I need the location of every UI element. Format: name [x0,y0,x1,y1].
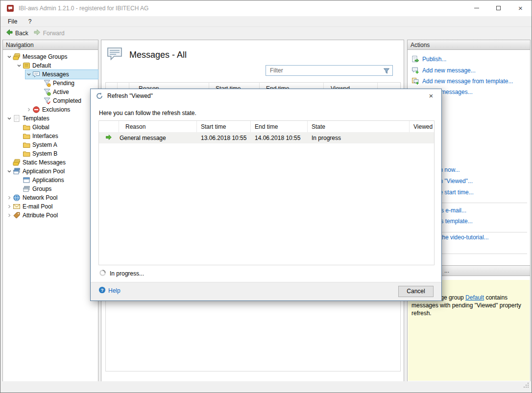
nav-item-email-pool[interactable]: E-mail Pool [6,202,98,211]
dialog-description: Here you can follow the refresh state. [99,110,196,116]
action-add-new-message[interactable]: Add new message... [411,66,528,75]
dialog-close-button[interactable]: × [421,89,441,103]
chevron-expanded-icon[interactable] [6,168,13,175]
templates-icon [13,115,21,122]
folder-icon [23,123,30,131]
nav-item-application-pool[interactable]: Application Pool [6,167,98,176]
nav-label: Global [32,124,52,131]
app-icon [6,4,14,12]
nav-label: Templates [23,115,52,122]
cell-reason: General message [119,133,197,143]
nav-label: Attribute Pool [23,212,60,219]
column-header-viewed[interactable]: Viewed [410,121,434,132]
nav-item-system-a[interactable]: System A [16,140,98,149]
nav-label: Static Messages [23,159,68,166]
filter-funnel-icon[interactable] [383,67,390,75]
network-pool-icon [13,194,21,202]
add-message-from-template-icon [411,77,419,85]
nav-item-messages[interactable]: Messages [25,70,98,79]
nav-item-static-messages[interactable]: Static Messages [6,158,98,167]
chevron-expanded-icon[interactable] [16,62,23,69]
back-button[interactable]: Back [5,27,28,39]
nav-label: System B [32,150,60,157]
navigation-tree: Message Groups Default Messages Pending [3,50,98,220]
action-add-message-from-template[interactable]: Add new message from template... [411,77,528,86]
nav-item-exclusions[interactable]: Exclusions [25,105,98,114]
chevron-collapsed-icon[interactable] [6,194,13,201]
in-progress-arrow-icon [105,134,112,142]
nav-item-pending[interactable]: Pending [36,79,98,88]
nav-item-active[interactable]: Active [36,88,98,96]
maximize-icon [496,6,501,10]
status-bar [1,381,531,392]
nav-item-templates[interactable]: Templates [6,114,98,123]
dialog-status: In progress... [99,269,144,278]
refresh-viewed-dialog: Refresh "Viewed" × Here you can follow t… [90,89,442,301]
svg-text:?: ? [101,288,104,293]
cancel-button[interactable]: Cancel [398,286,434,297]
nav-item-global[interactable]: Global [16,123,98,132]
column-header-reason[interactable]: Reason [119,121,197,132]
cell-end-time: 14.06.2018 10:55 [251,133,308,143]
column-header-start-time[interactable]: Start time [197,121,251,132]
nav-label: System A [32,141,60,148]
maximize-button[interactable] [487,0,509,16]
table-row[interactable]: General message 13.06.2018 10:55 14.06.2… [99,133,434,143]
cell-state: In progress [308,133,410,143]
applications-icon [23,176,30,184]
column-header-state[interactable]: State [308,121,410,132]
folder-icon [23,132,30,140]
active-filter-icon [43,88,51,96]
cell-start-time: 13.06.2018 10:55 [197,133,251,143]
nav-item-system-b[interactable]: System B [16,149,98,158]
folder-icon [23,141,30,149]
forward-button[interactable]: Forward [33,27,65,39]
page-title: Messages - All [129,50,187,60]
chevron-expanded-icon[interactable] [6,53,13,60]
minimize-button[interactable] [465,0,487,16]
resize-grip[interactable] [523,382,530,391]
chevron-collapsed-icon[interactable] [25,106,32,113]
default-group-link[interactable]: Default [465,294,484,301]
nav-item-default[interactable]: Default [16,61,98,70]
dialog-titlebar: Refresh "Viewed" [91,89,441,103]
attribute-pool-icon [13,211,21,219]
chevron-collapsed-icon[interactable] [6,203,13,210]
chevron-expanded-icon[interactable] [6,115,13,122]
menu-help[interactable]: ? [24,16,36,27]
nav-label: E-mail Pool [23,203,55,210]
nav-item-groups[interactable]: Groups [16,185,98,193]
refresh-state-table: Reason Start time End time State Viewed … [98,120,435,265]
static-messages-icon [13,159,21,166]
help-link[interactable]: ? Help [98,286,121,295]
filter-input[interactable] [266,66,392,75]
nav-item-network-pool[interactable]: Network Pool [6,193,98,202]
nav-label: Messages [42,71,72,78]
navigation-panel: Navigation Message Groups Default Messag… [2,40,98,382]
nav-item-completed[interactable]: Completed [36,96,98,105]
minimize-icon [474,8,479,8]
nav-label: Pending [53,80,77,87]
icon-column-header[interactable] [99,121,119,132]
chevron-expanded-icon[interactable] [25,71,32,78]
nav-item-applications[interactable]: Applications [16,176,98,185]
message-group-icon [23,62,30,69]
chevron-collapsed-icon[interactable] [6,212,13,219]
nav-item-attribute-pool[interactable]: Attribute Pool [6,211,98,220]
back-arrow-icon [5,28,13,38]
menu-file[interactable]: File [3,16,22,27]
close-button[interactable]: × [509,0,532,16]
nav-item-message-groups[interactable]: Message Groups [6,52,98,61]
nav-label: Interfaces [32,133,61,139]
column-header-end-time[interactable]: End time [251,121,308,132]
toolbar: Back Forward [0,27,532,39]
dialog-title: Refresh "Viewed" [107,92,153,99]
action-publish[interactable]: Publish... [411,55,528,64]
cell-viewed [410,133,434,143]
nav-item-interfaces[interactable]: Interfaces [16,132,98,140]
navigation-header: Navigation [3,40,98,50]
publish-icon [411,55,419,63]
close-icon: × [518,4,523,12]
nav-label: Application Pool [23,168,67,175]
nav-label: Groups [32,185,54,192]
